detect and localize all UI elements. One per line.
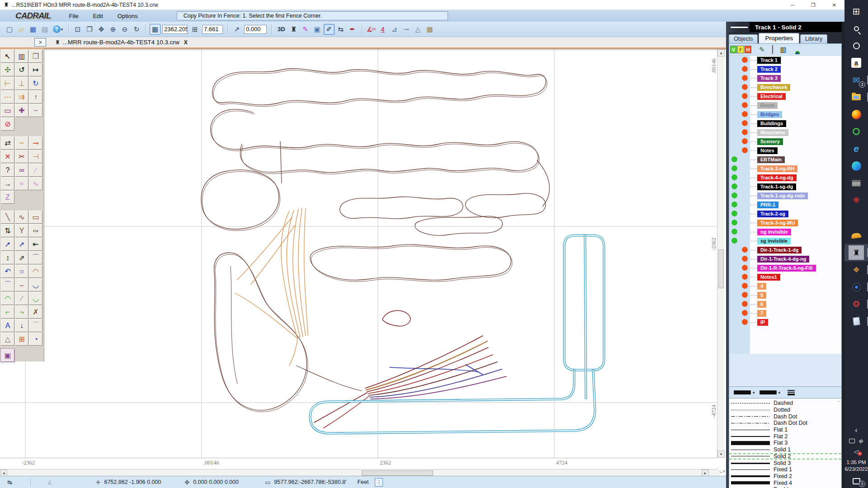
track-plan-drawing[interactable] [0, 49, 717, 458]
layer-row[interactable]: Scenery [729, 137, 841, 146]
layer-row[interactable]: IP [729, 318, 841, 327]
cast-icon[interactable] [849, 439, 855, 443]
stretch-tool-icon[interactable]: ↕ [1, 251, 14, 264]
angle-icon[interactable]: ↗ [231, 24, 242, 35]
orange-dot-icon[interactable] [742, 138, 748, 144]
notepad-icon[interactable] [844, 313, 868, 330]
parallel-tool-icon[interactable]: ∾ [29, 224, 42, 237]
arc-dotted-tool-icon[interactable]: ◡ [29, 278, 42, 291]
vertical-scroll-thumb[interactable] [718, 249, 724, 288]
detail-toggle-button[interactable]: ⋮ [375, 478, 383, 487]
layer-row[interactable]: Room [729, 101, 841, 110]
endpoint-track-tool-icon[interactable]: ⊸ [29, 136, 42, 150]
layer-row[interactable]: Track-1-sg-dg [729, 182, 841, 191]
layer-row[interactable]: Track-3-ng-MU [729, 218, 841, 227]
grade-4-icon[interactable]: 4 [377, 24, 388, 35]
curve-up2-tool-icon[interactable]: ➚ [15, 238, 28, 251]
pan-icon[interactable]: ✥ [96, 24, 107, 35]
layer-row[interactable]: 7 [729, 309, 841, 318]
rectangle-tool-icon[interactable]: ▭ [29, 211, 42, 224]
orange-dot-icon[interactable] [742, 283, 748, 289]
curve-point-tool-icon[interactable]: ◔ [29, 333, 42, 346]
green-dot-icon[interactable] [731, 183, 737, 189]
measure-tool-icon[interactable]: ? [1, 164, 14, 177]
green-dot-icon[interactable] [731, 202, 737, 207]
dimension-tool-icon[interactable]: △ [1, 333, 14, 346]
layer-chip[interactable]: Track-4-ng-dg [757, 174, 797, 181]
layer-chip[interactable]: Track-1-sg-dg [757, 183, 796, 190]
zoom-in-icon[interactable]: ⊕ [108, 24, 118, 35]
green-dot-icon[interactable] [731, 192, 737, 198]
menu-options[interactable]: Options [112, 11, 143, 21]
green-dot-icon[interactable] [731, 229, 737, 235]
elevation-tool-icon[interactable]: ↑ [29, 90, 42, 103]
save-icon[interactable]: ▦ [28, 24, 38, 35]
line-style-row[interactable]: Flat 1 [729, 427, 841, 433]
layer-chip[interactable]: Dir-1-Track-1-dg [757, 247, 802, 253]
zoom-window-icon[interactable]: ⊡ [72, 24, 83, 35]
menu-edit[interactable]: Edit [87, 11, 108, 21]
orange-dot-icon[interactable] [742, 147, 748, 153]
butterfly-net-tool-icon[interactable]: ✣ [1, 63, 14, 76]
crossing-tool-icon[interactable]: ✕ [1, 150, 14, 163]
orange-dot-icon[interactable] [742, 75, 748, 81]
angle-23-icon[interactable]: ∡23 [366, 24, 377, 35]
line-style-row[interactable]: Flat 3 [729, 440, 841, 446]
orange-dot-icon[interactable] [742, 57, 748, 63]
layer-row[interactable]: ng invisible [729, 227, 841, 236]
taskbar-clock[interactable]: 1:35 PM6/23/2022 [844, 459, 868, 473]
firefox-icon[interactable] [844, 106, 868, 123]
layer-v-toggle[interactable]: V [730, 46, 737, 53]
arc-tool-icon[interactable]: ⌒ [29, 251, 42, 264]
layer-row[interactable]: 5 [729, 291, 841, 300]
layer-row[interactable]: Notes [729, 146, 841, 155]
angle-field[interactable]: 0.000 [244, 25, 267, 34]
switch-align-icon[interactable]: ⇆ [335, 24, 346, 35]
camera-app-icon[interactable] [844, 278, 868, 296]
vertical-scrollbar[interactable]: ▲ ▼ [717, 49, 724, 458]
extend-left-tool-icon[interactable]: ⇤ [29, 238, 42, 251]
subtract-track-tool-icon[interactable]: − [29, 104, 42, 117]
move-right-tool-icon[interactable]: ↦ [29, 63, 42, 76]
edit-layer-icon[interactable]: ✎ [759, 46, 765, 54]
delete-tool-icon[interactable]: ▥ [15, 50, 28, 63]
arc-small-tool-icon[interactable]: ◠ [29, 265, 42, 278]
layer-chip[interactable]: Room [757, 102, 778, 109]
copy-object-tool-icon[interactable]: ❐ [29, 50, 42, 63]
layer-chip[interactable]: Notes1 [757, 274, 780, 281]
spike-tool-icon[interactable]: ✒ [347, 24, 358, 35]
track-perpendicular-tool-icon[interactable]: ⊥ [15, 77, 28, 90]
layer-f-toggle[interactable]: F [737, 46, 744, 53]
bezier-tool-icon[interactable]: ⌒ [1, 278, 14, 291]
line-style-row[interactable]: Fixed 1 [729, 466, 841, 473]
green-dot-icon[interactable] [731, 165, 737, 171]
tab-objects[interactable]: Objects [729, 34, 758, 43]
arc-left-tool-icon[interactable]: ↶ [1, 265, 14, 278]
mail-icon[interactable]: ✉3 [844, 71, 868, 89]
volume-muted-icon[interactable]: ◁ [844, 446, 868, 456]
layer-chip[interactable]: Dir-1-Track-4-dg-ng [757, 256, 809, 263]
texture-grid-icon[interactable]: ▩ [425, 24, 435, 35]
help-icon[interactable]: ?▾ [51, 24, 65, 35]
acdsee-icon[interactable]: ❂ [844, 296, 868, 313]
print-icon[interactable]: ▤ [39, 24, 50, 35]
tab-properties[interactable]: Properties [759, 33, 799, 43]
layer-chip[interactable]: ng invisible [757, 229, 791, 235]
layer-row[interactable]: Electrical [729, 92, 841, 101]
scroll-down-icon[interactable]: ▼ [717, 450, 725, 458]
green-dot-icon[interactable] [731, 220, 737, 225]
layer-chip[interactable]: Mountains [757, 129, 788, 136]
layer-chip[interactable]: EBTMain [757, 156, 785, 163]
flex-track2-tool-icon[interactable]: ◡ [29, 292, 42, 305]
layer-row[interactable]: Track 1 [729, 56, 841, 65]
segment-size-tool-icon[interactable]: ⊞ [15, 333, 28, 346]
line-style-row[interactable]: Flat 2 [729, 433, 841, 440]
line-width-swatch-1[interactable] [734, 390, 751, 394]
orange-dot-icon[interactable] [742, 66, 748, 72]
train-3d-icon[interactable]: ♜ [288, 24, 299, 35]
track-end-tool-icon[interactable]: ⊣ [29, 150, 42, 163]
branch-tool-icon[interactable]: Y [15, 224, 28, 237]
orange-dot-icon[interactable] [742, 319, 748, 325]
search-icon[interactable] [844, 20, 868, 37]
move-diagonal-tool-icon[interactable]: ⇗ [15, 251, 28, 264]
